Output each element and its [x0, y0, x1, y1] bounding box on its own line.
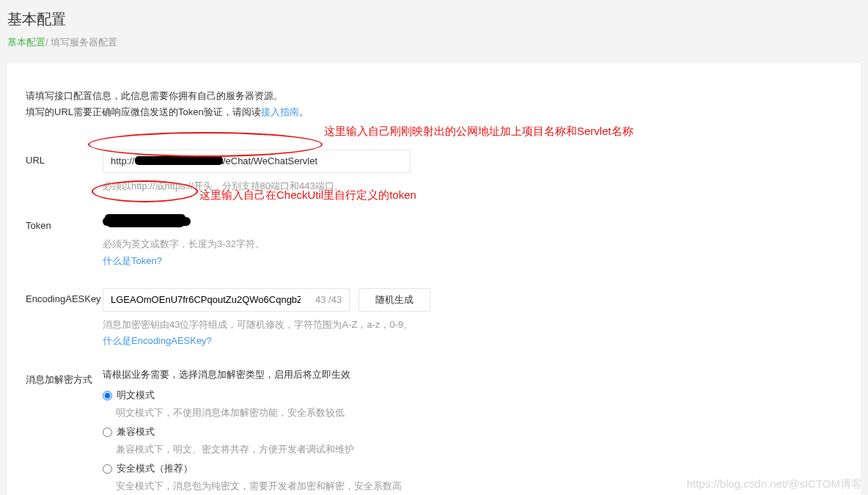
watermark: https://blog.csdn.net/@sICTOM博客: [687, 477, 862, 491]
mode-prompt: 请根据业务需要，选择消息加解密类型，启用后将立即生效: [103, 368, 842, 381]
url-label: URL: [26, 150, 103, 166]
mode-option-safe[interactable]: 安全模式（推荐）: [103, 462, 842, 475]
page-title: 基本配置: [7, 10, 861, 29]
token-row: Token 必须为英文或数字，长度为3-32字符。 什么是Token?: [26, 215, 842, 268]
mode-desc-plain: 明文模式下，不使用消息体加解密功能，安全系数较低: [116, 406, 842, 419]
aes-hint: 消息加密密钥由43位字符组成，可随机修改，字符范围为A-Z，a-z，0-9。: [103, 318, 842, 332]
aes-input[interactable]: [103, 288, 308, 312]
mode-option-plain[interactable]: 明文模式: [103, 389, 842, 402]
mode-radio-plain[interactable]: [103, 391, 112, 400]
aes-row: EncodingAESKey 43 /43 随机生成 消息加密密钥由43位字符组…: [26, 288, 842, 348]
mode-row: 消息加解密方式 请根据业务需要，选择消息加解密类型，启用后将立即生效 明文模式 …: [26, 368, 842, 493]
url-row: URL 必须以http://或https://开头，分别支持80端口和443端口…: [26, 150, 842, 194]
token-hint: 必须为英文或数字，长度为3-32字符。: [103, 237, 842, 252]
token-label: Token: [26, 215, 103, 231]
aes-count: 43 /43: [308, 288, 350, 312]
token-help-link[interactable]: 什么是Token?: [103, 254, 162, 268]
intro-line-2: 填写的URL需要正确响应微信发送的Token验证，请阅读接入指南。: [26, 105, 842, 120]
url-hint: 必须以http://或https://开头，分别支持80端口和443端口。: [103, 179, 842, 194]
mode-option-compat[interactable]: 兼容模式: [103, 425, 842, 439]
random-generate-button[interactable]: 随机生成: [358, 288, 430, 312]
config-panel: 请填写接口配置信息，此信息需要你拥有自己的服务器资源。 填写的URL需要正确响应…: [7, 63, 861, 495]
mode-radio-compat[interactable]: [103, 428, 112, 437]
aes-label: EncodingAESKey: [26, 288, 103, 304]
mode-desc-compat: 兼容模式下，明文、密文将共存，方便开发者调试和维护: [116, 443, 842, 456]
intro-line-1: 请填写接口配置信息，此信息需要你拥有自己的服务器资源。: [26, 89, 842, 104]
breadcrumb-current: 填写服务器配置: [51, 37, 117, 48]
aes-help-link[interactable]: 什么是EncodingAESKey?: [103, 334, 212, 348]
breadcrumb-link[interactable]: 基本配置: [7, 37, 45, 48]
access-guide-link[interactable]: 接入指南: [261, 106, 299, 117]
mode-radio-safe[interactable]: [103, 464, 112, 474]
breadcrumb: 基本配置/ 填写服务器配置: [7, 36, 861, 49]
mode-label: 消息加解密方式: [26, 368, 103, 386]
